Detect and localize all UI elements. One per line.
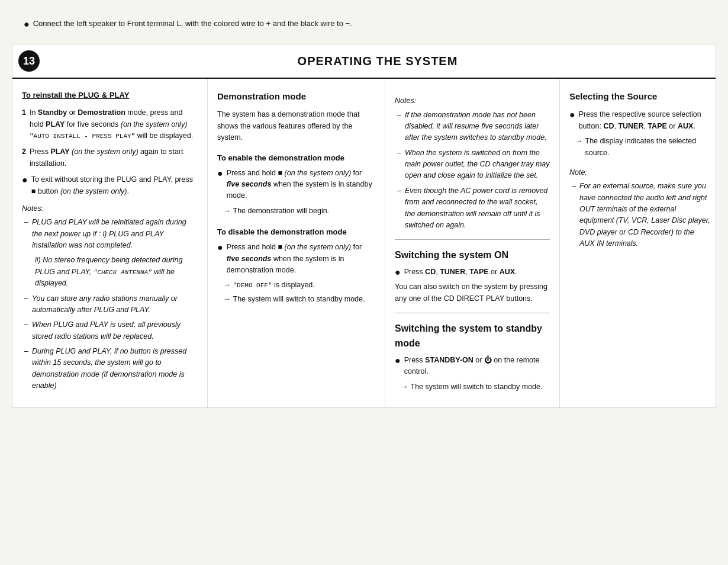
dash-4: – (24, 346, 28, 357)
col1-note-text-2: You can store any radio stations manuall… (32, 293, 198, 316)
bullet-dot-c4-1: ● (569, 109, 575, 120)
dash-2: – (24, 293, 28, 304)
col2-enable-arrow-1: → The demonstration will begin. (217, 206, 375, 217)
col1: To reinstall the PLUG & PLAY 1 In Standb… (12, 79, 208, 407)
col3-switching-standby-1: ● Press STANDBY-ON or ⏻ on the remote co… (395, 355, 550, 378)
col1-note-text-4: During PLUG and PLAY, if no button is pr… (32, 346, 198, 392)
col3-note-text-3: Even though the AC power cord is removed… (405, 185, 550, 232)
col3: Notes: – If the demonstration mode has n… (385, 79, 560, 407)
col4-item-1: ● Press the respective source selection … (569, 109, 710, 132)
col4-note-text-1: For an external source, make sure you ha… (579, 181, 710, 249)
col1-note-3: – When PLUG and PLAY is used, all previo… (22, 319, 198, 342)
col1-text-2: Press PLAY (on the system only) again to… (30, 146, 198, 169)
main-section: 13 OPERATING THE SYSTEM To reinstall the… (12, 44, 716, 407)
num-1: 1 (22, 107, 26, 118)
bullet-dot-d1: ● (217, 242, 223, 253)
col4-title: Selecting the Source (569, 89, 710, 103)
col2-disable-arrow-text-2: The system will switch to standby mode. (233, 294, 365, 305)
col4-arrow-1: → The display indicates the selected sou… (569, 136, 710, 159)
col3-note-2: – When the system is switched on from th… (395, 147, 550, 182)
col1-note-text-1: PLUG and PLAY will be reinitiated again … (32, 217, 198, 251)
col2-disable-title: To disable the demonstration mode (217, 226, 375, 238)
bullet-dot-son1: ● (395, 267, 401, 278)
col1-item-1: 1 In Standby or Demostration mode, press… (22, 107, 198, 142)
col1-note-4: – During PLUG and PLAY, if no button is … (22, 346, 198, 392)
section-header: 13 OPERATING THE SYSTEM (12, 44, 716, 79)
col4: Selecting the Source ● Press the respect… (560, 79, 720, 407)
col1-item-3: ● To exit without storing the PLUG and P… (22, 174, 198, 197)
col3-notes-label: Notes: (395, 95, 550, 107)
col2-enable-text-1: Press and hold ■ (on the system only) fo… (227, 168, 375, 202)
dash-3: – (24, 319, 28, 330)
col3-switching-on-title: Switching the system ON (395, 248, 550, 263)
col1-title: To reinstall the PLUG & PLAY (22, 89, 198, 101)
col3-switching-standby-text-1: Press STANDBY-ON or ⏻ on the remote cont… (404, 355, 550, 378)
arrow-d1: → (223, 280, 231, 291)
arrow-c4-1: → (575, 136, 583, 147)
col4-arrow-text-1: The display indicates the selected sourc… (585, 136, 711, 159)
bullet-dot-ssb1: ● (395, 355, 401, 366)
col3-note-3: – Even though the AC power cord is remov… (395, 185, 550, 232)
col2-enable-arrow-text-1: The demonstration will begin. (233, 206, 330, 217)
col1-note-text-1b: ii) No stereo frequency being detected d… (35, 256, 182, 287)
divider-2 (395, 313, 550, 313)
col2-disable-arrow-text-1: "DEMO OFF" is displayed. (233, 280, 315, 291)
col3-switching-on-text-1: Press CD, TUNER, TAPE or AUX. (404, 267, 517, 278)
col3-note-text-2: When the system is switched on from the … (405, 147, 550, 182)
col1-note-text-3: When PLUG and PLAY is used, all previous… (32, 319, 198, 342)
col2-disable-text-1: Press and hold ■ (on the system only) fo… (227, 242, 375, 276)
col2-disable-arrow-2: → The system will switch to standby mode… (217, 294, 375, 305)
dash-c3-3: – (397, 185, 401, 197)
col1-notes-label: Notes: (22, 203, 198, 214)
col1-text-1: In Standby or Demostration mode, press a… (30, 107, 198, 142)
content-grid: To reinstall the PLUG & PLAY 1 In Standb… (12, 79, 716, 407)
col4-note-label: Note: (569, 167, 710, 178)
col1-note-1: – PLUG and PLAY will be reinitiated agai… (22, 217, 198, 251)
col3-note-text-1: If the demonstration mode has not been d… (405, 110, 550, 144)
num-2: 2 (22, 146, 26, 158)
col3-note-1: – If the demonstration mode has not been… (395, 110, 550, 144)
section-number: 13 (18, 50, 40, 72)
col1-note-2: – You can store any radio stations manua… (22, 293, 198, 316)
bullet-dot-3: ● (22, 174, 28, 185)
col3-switching-on-1: ● Press CD, TUNER, TAPE or AUX. (395, 267, 550, 278)
col2-disable-arrow-1: → "DEMO OFF" is displayed. (217, 280, 375, 291)
col2: Demonstration mode The system has a demo… (208, 79, 385, 407)
dash-c3-1: – (397, 110, 401, 121)
section-title: OPERATING THE SYSTEM (51, 54, 704, 68)
bullet-dot-e1: ● (217, 168, 223, 179)
col3-switching-standby-arrow-1: → The system will switch to standby mode… (395, 381, 550, 393)
col4-text-1: Press the respective source selection bu… (579, 109, 710, 132)
col3-switching-standby-title: Switching the system to standby mode (395, 322, 550, 351)
col4-note-1: – For an external source, make sure you … (569, 181, 710, 249)
col1-item-2: 2 Press PLAY (on the system only) again … (22, 146, 198, 169)
arrow-ssb1: → (401, 381, 408, 393)
arrow-e1: → (223, 206, 231, 217)
col2-title: Demonstration mode (217, 89, 375, 103)
arrow-d2: → (223, 294, 231, 305)
col2-enable-title: To enable the demonstration mode (217, 152, 375, 164)
col3-switching-standby-arrow-text-1: The system will switch to standby mode. (411, 381, 543, 393)
col2-enable-1: ● Press and hold ■ (on the system only) … (217, 168, 375, 202)
top-section: ● Connect the left speaker to Front term… (12, 12, 716, 44)
bullet-dot: ● (24, 18, 30, 30)
dash-1: – (24, 217, 28, 228)
dash-c3-2: – (397, 147, 401, 159)
col2-intro: The system has a demonstration mode that… (217, 109, 375, 143)
col2-disable-1: ● Press and hold ■ (on the system only) … (217, 242, 375, 276)
col3-switching-on-extra: You can also switch on the system by pre… (395, 281, 550, 304)
col1-text-3: To exit without storing the PLUG and PLA… (31, 174, 198, 197)
divider-1 (395, 239, 550, 240)
dash-c4-1: – (572, 181, 576, 192)
top-text: Connect the left speaker to Front termin… (33, 18, 352, 30)
